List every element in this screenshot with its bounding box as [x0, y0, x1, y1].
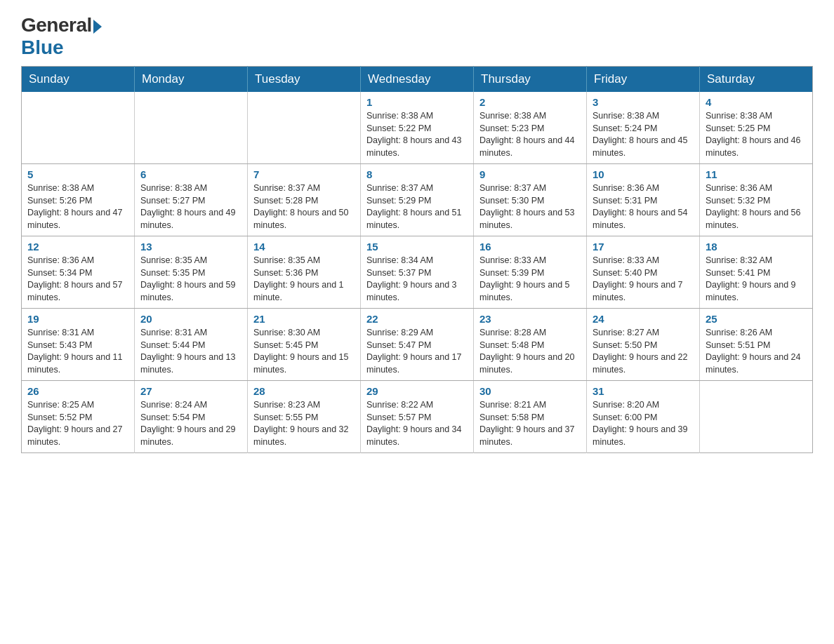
calendar-cell: 18Sunrise: 8:32 AMSunset: 5:41 PMDayligh… — [700, 236, 813, 309]
day-info: Sunrise: 8:38 AMSunset: 5:23 PMDaylight:… — [479, 110, 581, 159]
day-info: Sunrise: 8:38 AMSunset: 5:26 PMDaylight:… — [27, 182, 128, 232]
logo: General Blue — [21, 14, 102, 59]
day-number: 3 — [593, 96, 694, 108]
calendar-cell: 30Sunrise: 8:21 AMSunset: 5:58 PMDayligh… — [474, 381, 587, 453]
calendar-week-row: 12Sunrise: 8:36 AMSunset: 5:34 PMDayligh… — [22, 236, 813, 309]
calendar-cell: 19Sunrise: 8:31 AMSunset: 5:43 PMDayligh… — [22, 309, 135, 381]
day-info: Sunrise: 8:35 AMSunset: 5:36 PMDaylight:… — [253, 255, 355, 304]
calendar-week-row: 1Sunrise: 8:38 AMSunset: 5:22 PMDaylight… — [22, 92, 813, 164]
day-number: 6 — [140, 168, 241, 180]
day-info: Sunrise: 8:26 AMSunset: 5:51 PMDaylight:… — [706, 327, 807, 376]
day-info: Sunrise: 8:37 AMSunset: 5:28 PMDaylight:… — [253, 182, 355, 232]
day-number: 16 — [479, 241, 581, 253]
day-info: Sunrise: 8:29 AMSunset: 5:47 PMDaylight:… — [366, 327, 468, 376]
calendar-cell: 21Sunrise: 8:30 AMSunset: 5:45 PMDayligh… — [248, 309, 361, 381]
calendar-cell — [135, 92, 248, 164]
calendar-cell: 12Sunrise: 8:36 AMSunset: 5:34 PMDayligh… — [22, 236, 135, 309]
calendar-cell: 1Sunrise: 8:38 AMSunset: 5:22 PMDaylight… — [361, 92, 474, 164]
calendar-cell: 29Sunrise: 8:22 AMSunset: 5:57 PMDayligh… — [361, 381, 474, 453]
calendar-cell: 11Sunrise: 8:36 AMSunset: 5:32 PMDayligh… — [700, 164, 813, 236]
day-number: 12 — [27, 241, 128, 253]
day-info: Sunrise: 8:31 AMSunset: 5:44 PMDaylight:… — [140, 327, 241, 376]
day-number: 24 — [593, 313, 694, 325]
day-number: 2 — [479, 96, 581, 108]
day-info: Sunrise: 8:33 AMSunset: 5:39 PMDaylight:… — [479, 255, 581, 304]
calendar-cell: 4Sunrise: 8:38 AMSunset: 5:25 PMDaylight… — [700, 92, 813, 164]
day-number: 23 — [479, 313, 581, 325]
calendar-cell: 9Sunrise: 8:37 AMSunset: 5:30 PMDaylight… — [474, 164, 587, 236]
day-number: 10 — [593, 168, 694, 180]
day-number: 5 — [27, 168, 128, 180]
day-number: 7 — [253, 168, 355, 180]
day-info: Sunrise: 8:38 AMSunset: 5:24 PMDaylight:… — [593, 110, 694, 159]
calendar-cell: 31Sunrise: 8:20 AMSunset: 6:00 PMDayligh… — [587, 381, 700, 453]
calendar-cell: 5Sunrise: 8:38 AMSunset: 5:26 PMDaylight… — [22, 164, 135, 236]
calendar-cell: 10Sunrise: 8:36 AMSunset: 5:31 PMDayligh… — [587, 164, 700, 236]
day-info: Sunrise: 8:34 AMSunset: 5:37 PMDaylight:… — [366, 255, 468, 304]
day-info: Sunrise: 8:25 AMSunset: 5:52 PMDaylight:… — [27, 399, 128, 448]
day-number: 18 — [706, 241, 807, 253]
calendar-cell: 27Sunrise: 8:24 AMSunset: 5:54 PMDayligh… — [135, 381, 248, 453]
calendar-cell: 23Sunrise: 8:28 AMSunset: 5:48 PMDayligh… — [474, 309, 587, 381]
calendar-week-row: 5Sunrise: 8:38 AMSunset: 5:26 PMDaylight… — [22, 164, 813, 236]
calendar-cell: 16Sunrise: 8:33 AMSunset: 5:39 PMDayligh… — [474, 236, 587, 309]
calendar-cell: 14Sunrise: 8:35 AMSunset: 5:36 PMDayligh… — [248, 236, 361, 309]
day-number: 25 — [706, 313, 807, 325]
day-number: 27 — [140, 385, 241, 397]
day-number: 1 — [366, 96, 468, 108]
day-number: 11 — [706, 168, 807, 180]
day-info: Sunrise: 8:36 AMSunset: 5:32 PMDaylight:… — [706, 182, 807, 232]
day-number: 31 — [593, 385, 694, 397]
calendar-cell: 20Sunrise: 8:31 AMSunset: 5:44 PMDayligh… — [135, 309, 248, 381]
calendar-day-header: Saturday — [700, 67, 813, 93]
day-info: Sunrise: 8:32 AMSunset: 5:41 PMDaylight:… — [706, 255, 807, 304]
day-info: Sunrise: 8:35 AMSunset: 5:35 PMDaylight:… — [140, 255, 241, 304]
page-header: General Blue — [21, 14, 813, 59]
calendar-cell: 15Sunrise: 8:34 AMSunset: 5:37 PMDayligh… — [361, 236, 474, 309]
day-info: Sunrise: 8:37 AMSunset: 5:29 PMDaylight:… — [366, 182, 468, 232]
day-info: Sunrise: 8:23 AMSunset: 5:55 PMDaylight:… — [253, 399, 355, 448]
calendar-cell — [700, 381, 813, 453]
calendar-cell: 8Sunrise: 8:37 AMSunset: 5:29 PMDaylight… — [361, 164, 474, 236]
calendar-cell: 2Sunrise: 8:38 AMSunset: 5:23 PMDaylight… — [474, 92, 587, 164]
calendar-cell: 28Sunrise: 8:23 AMSunset: 5:55 PMDayligh… — [248, 381, 361, 453]
logo-general-text: General — [21, 14, 92, 36]
day-number: 22 — [366, 313, 468, 325]
day-number: 19 — [27, 313, 128, 325]
day-number: 8 — [366, 168, 468, 180]
day-info: Sunrise: 8:38 AMSunset: 5:27 PMDaylight:… — [140, 182, 241, 232]
calendar-table: SundayMondayTuesdayWednesdayThursdayFrid… — [21, 66, 813, 453]
calendar-day-header: Wednesday — [361, 67, 474, 93]
day-number: 20 — [140, 313, 241, 325]
day-number: 14 — [253, 241, 355, 253]
calendar-day-header: Tuesday — [248, 67, 361, 93]
day-number: 15 — [366, 241, 468, 253]
day-info: Sunrise: 8:36 AMSunset: 5:31 PMDaylight:… — [593, 182, 694, 232]
day-info: Sunrise: 8:21 AMSunset: 5:58 PMDaylight:… — [479, 399, 581, 448]
calendar-day-header: Monday — [135, 67, 248, 93]
day-info: Sunrise: 8:37 AMSunset: 5:30 PMDaylight:… — [479, 182, 581, 232]
calendar-cell: 13Sunrise: 8:35 AMSunset: 5:35 PMDayligh… — [135, 236, 248, 309]
logo-arrow-icon — [93, 20, 102, 34]
day-number: 26 — [27, 385, 128, 397]
day-number: 13 — [140, 241, 241, 253]
calendar-day-header: Friday — [587, 67, 700, 93]
calendar-week-row: 19Sunrise: 8:31 AMSunset: 5:43 PMDayligh… — [22, 309, 813, 381]
calendar-cell: 26Sunrise: 8:25 AMSunset: 5:52 PMDayligh… — [22, 381, 135, 453]
calendar-cell — [248, 92, 361, 164]
calendar-cell: 25Sunrise: 8:26 AMSunset: 5:51 PMDayligh… — [700, 309, 813, 381]
day-number: 21 — [253, 313, 355, 325]
day-info: Sunrise: 8:36 AMSunset: 5:34 PMDaylight:… — [27, 255, 128, 304]
calendar-day-header: Sunday — [22, 67, 135, 93]
day-number: 29 — [366, 385, 468, 397]
calendar-week-row: 26Sunrise: 8:25 AMSunset: 5:52 PMDayligh… — [22, 381, 813, 453]
calendar-cell: 24Sunrise: 8:27 AMSunset: 5:50 PMDayligh… — [587, 309, 700, 381]
day-info: Sunrise: 8:30 AMSunset: 5:45 PMDaylight:… — [253, 327, 355, 376]
calendar-header-row: SundayMondayTuesdayWednesdayThursdayFrid… — [22, 67, 813, 93]
calendar-cell: 22Sunrise: 8:29 AMSunset: 5:47 PMDayligh… — [361, 309, 474, 381]
day-info: Sunrise: 8:28 AMSunset: 5:48 PMDaylight:… — [479, 327, 581, 376]
day-info: Sunrise: 8:31 AMSunset: 5:43 PMDaylight:… — [27, 327, 128, 376]
day-info: Sunrise: 8:27 AMSunset: 5:50 PMDaylight:… — [593, 327, 694, 376]
day-info: Sunrise: 8:38 AMSunset: 5:25 PMDaylight:… — [706, 110, 807, 159]
day-info: Sunrise: 8:20 AMSunset: 6:00 PMDaylight:… — [593, 399, 694, 448]
